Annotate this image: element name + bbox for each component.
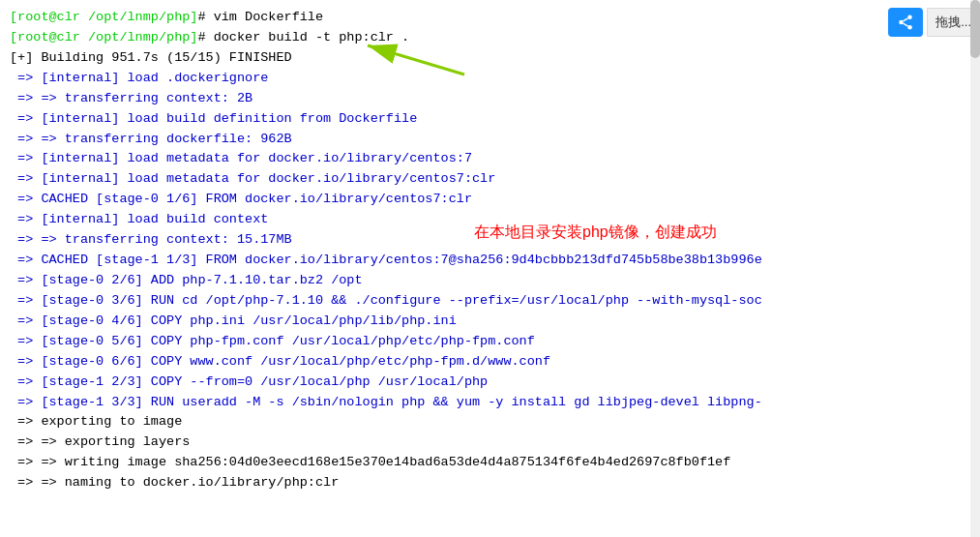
svg-point-3 [899,20,904,25]
terminal-line-4: => [internal] load .dockerignore [10,69,970,89]
terminal-line-14: => [stage-0 2/6] ADD php-7.1.10.tar.bz2 … [10,271,970,291]
terminal-line-8: => [internal] load metadata for docker.i… [10,149,970,169]
step-14: => [stage-0 2/6] ADD php-7.1.10.tar.bz2 … [10,273,363,287]
step-7: => => transferring dockerfile: 962B [10,132,292,146]
cmd-1: # vim Dockerfile [197,10,323,24]
step-20: => [stage-1 3/3] RUN useradd -M -s /sbin… [10,395,762,409]
svg-point-2 [907,15,912,20]
svg-line-6 [904,18,908,21]
step-8: => [internal] load metadata for docker.i… [10,151,472,165]
step-24: => => naming to docker.io/library/php:cl… [10,475,339,490]
terminal: [root@clr /opt/lnmp/php]# vim Dockerfile… [0,0,980,537]
step-21: => exporting to image [10,414,182,429]
arrow-indicator [358,41,474,79]
terminal-line-19: => [stage-1 2/3] COPY --from=0 /usr/loca… [10,373,970,393]
step-9: => [internal] load metadata for docker.i… [10,171,495,186]
terminal-line-20: => [stage-1 3/3] RUN useradd -M -s /sbin… [10,393,970,413]
step-22: => => exporting layers [10,434,190,449]
step-13: => CACHED [stage-1 1/3] FROM docker.io/l… [10,253,762,267]
terminal-line-17: => [stage-0 5/6] COPY php-fpm.conf /usr/… [10,332,970,352]
prompt-1: [root@clr /opt/lnmp/php] [10,10,197,24]
top-right-actions: 拖拽... [888,8,980,37]
step-15: => [stage-0 3/6] RUN cd /opt/php-7.1.10 … [10,293,762,308]
share-button[interactable] [888,8,923,37]
terminal-line-16: => [stage-0 4/6] COPY php.ini /usr/local… [10,312,970,332]
scrollbar-thumb[interactable] [970,0,980,58]
step-6: => [internal] load build definition from… [10,111,417,126]
terminal-line-24: => => naming to docker.io/library/php:cl… [10,473,970,493]
terminal-line-6: => [internal] load build definition from… [10,109,970,130]
terminal-line-1: [root@clr /opt/lnmp/php]# vim Dockerfile [10,8,970,28]
annotation-chinese: 在本地目录安装php镜像，创建成功 [474,223,717,243]
prompt-2: [root@clr /opt/lnmp/php] [10,30,197,45]
terminal-line-9: => [internal] load metadata for docker.i… [10,169,970,190]
step-5: => => transferring context: 2B [10,91,252,105]
terminal-line-23: => => writing image sha256:04d0e3eecd168… [10,453,970,473]
step-17: => [stage-0 5/6] COPY php-fpm.conf /usr/… [10,334,535,348]
terminal-line-22: => => exporting layers [10,433,970,453]
terminal-line-10: => CACHED [stage-0 1/6] FROM docker.io/l… [10,190,970,210]
terminal-line-7: => => transferring dockerfile: 962B [10,130,970,150]
step-12: => => transferring context: 15.17MB [10,232,292,247]
terminal-line-5: => => transferring context: 2B [10,89,970,109]
step-11: => [internal] load build context [10,212,268,226]
terminal-line-18: => [stage-0 6/6] COPY www.conf /usr/loca… [10,352,970,373]
step-16: => [stage-0 4/6] COPY php.ini /usr/local… [10,313,457,328]
svg-point-4 [907,25,912,30]
step-4: => [internal] load .dockerignore [10,71,268,85]
build-status: [+] Building 951.7s (15/15) FINISHED [10,50,292,65]
scrollbar[interactable] [970,0,980,537]
svg-line-5 [904,23,908,26]
step-10: => CACHED [stage-0 1/6] FROM docker.io/l… [10,192,472,206]
terminal-line-21: => exporting to image [10,412,970,433]
terminal-line-15: => [stage-0 3/6] RUN cd /opt/php-7.1.10 … [10,291,970,312]
step-18: => [stage-0 6/6] COPY www.conf /usr/loca… [10,354,550,369]
terminal-line-13: => CACHED [stage-1 1/3] FROM docker.io/l… [10,251,970,271]
terminal-line-3: [+] Building 951.7s (15/15) FINISHED [10,48,970,69]
step-23: => => writing image sha256:04d0e3eecd168… [10,455,730,469]
svg-line-1 [368,45,464,75]
step-19: => [stage-1 2/3] COPY --from=0 /usr/loca… [10,374,488,389]
terminal-line-2: [root@clr /opt/lnmp/php]# docker build -… [10,28,970,48]
